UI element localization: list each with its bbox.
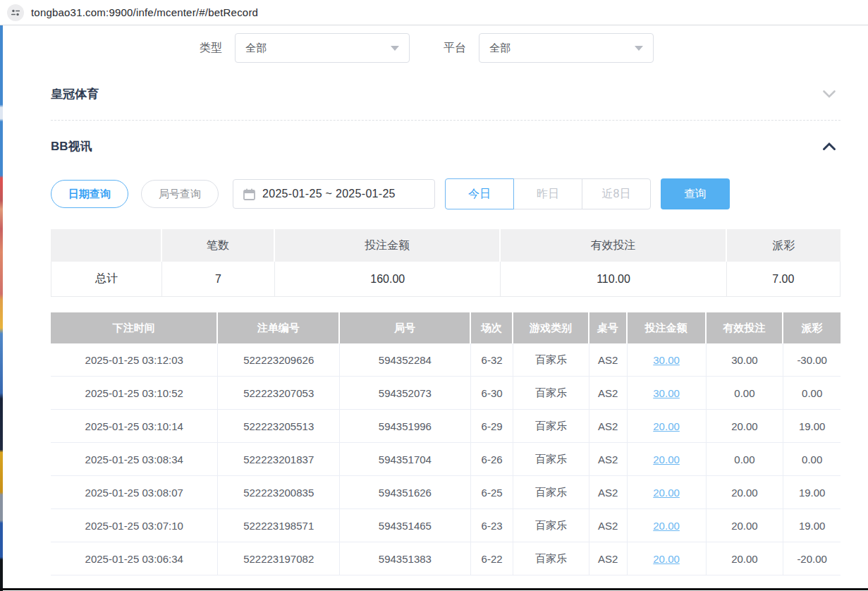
bet-amount-link[interactable]: 20.00 [653,487,680,499]
cell-time: 2025-01-25 03:10:14 [51,410,218,443]
cell-round: 594352073 [340,377,471,410]
cell-game: 百家乐 [513,509,589,542]
type-select[interactable]: 全部 [235,33,410,63]
bet-amount-link[interactable]: 20.00 [653,453,680,465]
cell-valid: 0.00 [707,443,784,476]
cell-session: 6-22 [471,542,513,575]
type-label: 类型 [200,41,222,56]
cell-ticket: 522223200835 [218,476,339,509]
cell-valid: 0.00 [707,377,784,410]
cell-session: 6-29 [471,410,513,443]
cell-game: 百家乐 [513,476,589,509]
summary-column-header: 有效投注 [501,229,726,262]
last8days-button[interactable]: 近8日 [582,178,651,209]
bet-records-table: 下注时间注单编号局号场次游戏类别桌号投注金额有效投注派彩 2025-01-25 … [51,312,841,575]
column-header: 场次 [471,312,513,343]
summary-cell: 110.00 [501,262,726,297]
bet-amount-link[interactable]: 30.00 [653,354,680,366]
site-settings-icon[interactable] [7,4,24,21]
search-button-label: 查询 [684,187,707,202]
table-row: 2025-01-25 03:10:52522223207053594352073… [51,377,841,410]
table-row: 2025-01-25 03:08:34522223201837594351704… [51,443,841,476]
quick-range-group: 今日 昨日 近8日 [445,178,651,209]
cell-table: AS2 [589,476,628,509]
cell-time: 2025-01-25 03:06:34 [51,542,218,575]
cell-ticket: 522223198571 [218,509,339,542]
summary-cell: 7 [162,262,275,297]
bet-amount-link[interactable]: 20.00 [653,420,680,432]
chevron-down-icon[interactable] [822,90,841,99]
platform-select[interactable]: 全部 [479,33,654,63]
cell-game: 百家乐 [513,343,589,377]
cell-bet: 30.00 [628,377,707,410]
cell-session: 6-30 [471,377,513,410]
cell-payout: -30.00 [783,343,841,377]
cell-payout: -20.00 [783,542,841,575]
cell-bet: 20.00 [628,542,707,575]
today-button[interactable]: 今日 [445,178,514,209]
yesterday-label: 昨日 [537,187,559,202]
chevron-up-icon[interactable] [822,142,841,151]
section-bb-video[interactable]: BB视讯 [51,133,841,159]
cell-round: 594351383 [340,542,471,575]
summary-column-header: 笔数 [162,229,275,262]
date-range-value: 2025-01-25 ~ 2025-01-25 [262,188,396,200]
cell-bet: 20.00 [628,509,707,542]
cell-ticket: 522223197082 [218,542,339,575]
window-bottom-edge [0,588,868,590]
cell-bet: 30.00 [628,343,707,377]
cell-table: AS2 [589,443,628,476]
round-query-button[interactable]: 局号查询 [141,180,219,208]
summary-header-row: 笔数投注金额有效投注派彩 [51,229,841,262]
cell-bet: 20.00 [628,443,707,476]
bet-amount-link[interactable]: 20.00 [653,520,680,532]
summary-column-header: 投注金额 [275,229,501,262]
url-text[interactable]: tongbao31.com:9900/infe/mcenter/#/betRec… [31,6,258,18]
bet-table-header-row: 下注时间注单编号局号场次游戏类别桌号投注金额有效投注派彩 [51,312,841,343]
cell-table: AS2 [589,542,628,575]
cell-valid: 30.00 [707,343,784,377]
tune-icon [11,8,20,18]
cell-bet: 20.00 [628,410,707,443]
column-header: 投注金额 [628,312,707,343]
table-row: 2025-01-25 03:08:07522223200835594351626… [51,476,841,509]
date-range-picker[interactable]: 2025-01-25 ~ 2025-01-25 [233,179,435,209]
cell-round: 594351626 [340,476,471,509]
summary-table: 笔数投注金额有效投注派彩 总计7160.00110.007.00 [51,229,841,297]
cell-payout: 0.00 [783,443,841,476]
date-query-label: 日期查询 [68,188,111,201]
cell-game: 百家乐 [513,377,589,410]
cell-valid: 20.00 [707,542,784,575]
section-crown-sports[interactable]: 皇冠体育 [51,82,841,106]
bet-amount-link[interactable]: 20.00 [653,553,680,565]
section-divider [51,120,841,121]
today-label: 今日 [468,187,491,202]
address-bar: tongbao31.com:9900/infe/mcenter/#/betRec… [0,0,868,25]
cell-session: 6-25 [471,476,513,509]
cell-valid: 20.00 [707,476,784,509]
date-query-button[interactable]: 日期查询 [51,180,128,208]
bet-amount-link[interactable]: 30.00 [653,387,680,399]
cell-table: AS2 [589,410,628,443]
cell-table: AS2 [589,343,628,377]
summary-cell: 160.00 [275,262,501,297]
column-header: 派彩 [783,312,841,343]
column-header: 有效投注 [707,312,784,343]
table-row: 2025-01-25 03:07:10522223198571594351465… [51,509,841,542]
bet-table-body: 2025-01-25 03:12:03522223209626594352284… [51,343,841,575]
column-header: 游戏类别 [513,312,589,343]
cell-payout: 0.00 [783,377,841,410]
search-button[interactable]: 查询 [661,178,730,209]
cell-bet: 20.00 [628,476,707,509]
table-row: 2025-01-25 03:12:03522223209626594352284… [51,343,841,377]
cell-valid: 20.00 [707,410,784,443]
yesterday-button[interactable]: 昨日 [513,178,582,209]
cell-payout: 19.00 [783,476,841,509]
platform-label: 平台 [444,41,466,56]
cell-table: AS2 [589,377,628,410]
cell-table: AS2 [589,509,628,542]
last8days-label: 近8日 [602,187,631,202]
column-header: 局号 [340,312,471,343]
round-query-label: 局号查询 [159,188,201,201]
cell-time: 2025-01-25 03:10:52 [51,377,218,410]
